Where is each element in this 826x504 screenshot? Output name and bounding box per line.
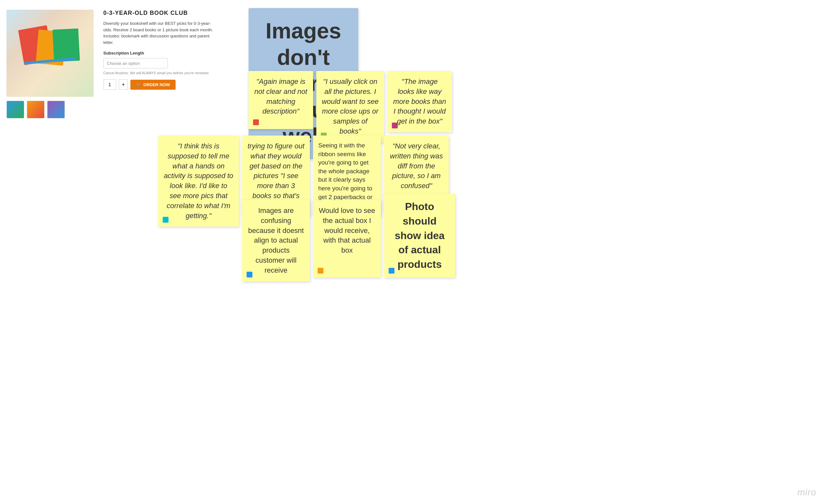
cart-icon: 🛒 xyxy=(136,82,141,87)
thumbnail-2[interactable] xyxy=(27,101,45,118)
sticky-note-3: "The image looks like way more books tha… xyxy=(387,71,452,132)
subscription-select[interactable]: Choose an option xyxy=(103,58,168,68)
sticky-7-text: "Not very clear, written thing was diff … xyxy=(390,142,443,190)
thumbnail-row xyxy=(6,101,100,118)
sticky-note-2: "I usually click on all the pictures. I … xyxy=(316,71,384,142)
product-title: 0-3-YEAR-OLD BOOK CLUB xyxy=(103,10,220,16)
book-decoration-3 xyxy=(52,28,80,62)
cancel-text: Cancel Anytime. We will ALWAYS email you… xyxy=(103,71,220,75)
sticky-3-text: "The image looks like way more books tha… xyxy=(393,77,446,125)
thumbnail-3[interactable] xyxy=(47,101,65,118)
sticky-9-dot xyxy=(317,268,323,274)
product-info: 0-3-YEAR-OLD BOOK CLUB Diversify your bo… xyxy=(103,10,220,90)
sticky-4-text: "I think this is supposed to tell me wha… xyxy=(164,142,233,220)
order-row: 1 + 🛒 ORDER NOW xyxy=(103,79,220,90)
sticky-3-dot xyxy=(392,123,398,128)
quantity-plus-button[interactable]: + xyxy=(119,79,128,90)
sticky-note-9: Would love to see the actual box I would… xyxy=(313,200,381,277)
sticky-1-text: "Again image is not clear and not matchi… xyxy=(254,77,307,115)
sticky-note-4: "I think this is supposed to tell me wha… xyxy=(158,135,239,227)
sticky-note-10: Photo should show idea of actual product… xyxy=(384,194,455,277)
sticky-8-text: Images are confusing because it doesnt a… xyxy=(248,206,304,274)
product-panel xyxy=(6,10,100,118)
quantity-input[interactable]: 1 xyxy=(103,79,116,90)
miro-watermark: miro xyxy=(798,487,816,498)
product-description: Diversify your bookshelf with our BEST p… xyxy=(103,20,220,46)
sticky-note-8: Images are confusing because it doesnt a… xyxy=(242,200,310,281)
sticky-1-dot xyxy=(253,119,259,125)
sticky-6-text: Seeing it with the ribbon seems like you… xyxy=(318,142,372,209)
sticky-5-text: trying to figure out what they would get… xyxy=(248,142,304,210)
thumbnail-1[interactable] xyxy=(6,101,24,118)
sticky-10-text: Photo should show idea of actual product… xyxy=(395,201,445,270)
sticky-10-dot xyxy=(389,268,395,274)
sticky-4-dot xyxy=(163,217,169,223)
sticky-note-1: "Again image is not clear and not matchi… xyxy=(248,71,313,129)
sticky-9-text: Would love to see the actual box I would… xyxy=(319,206,375,254)
sticky-8-dot xyxy=(247,272,252,277)
subscription-label: Subscription Length xyxy=(103,51,220,56)
sticky-2-text: "I usually click on all the pictures. I … xyxy=(322,77,378,135)
order-now-button[interactable]: 🛒 ORDER NOW xyxy=(130,80,176,90)
book-stack xyxy=(18,21,82,85)
order-btn-label: ORDER NOW xyxy=(143,82,170,87)
main-product-image[interactable] xyxy=(6,10,94,97)
